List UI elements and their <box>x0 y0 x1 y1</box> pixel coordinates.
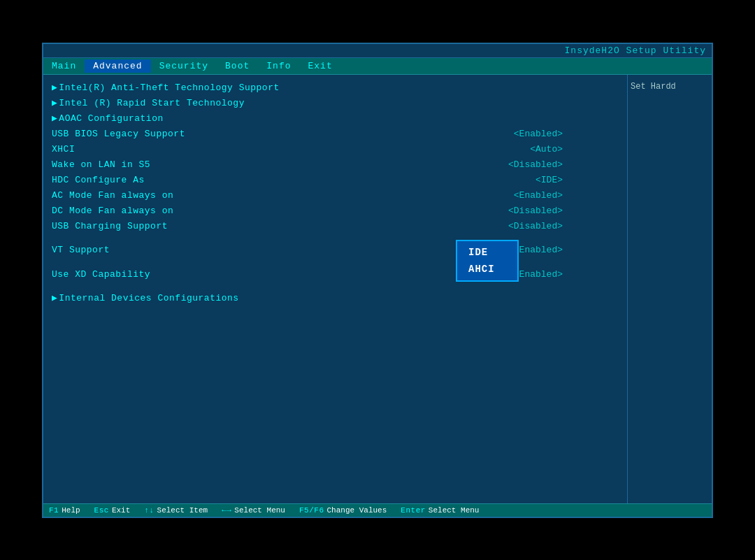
setting-dc-fan[interactable]: DC Mode Fan always on <Disabled> <box>52 203 619 219</box>
xhci-label: XHCI <box>52 142 75 157</box>
dropdown-option-ahci[interactable]: AHCI <box>457 261 517 278</box>
exit-key: Esc <box>94 506 109 515</box>
title-text: InsydeH2O Setup Utility <box>565 45 706 56</box>
menu-bar[interactable]: Main Advanced Security Boot Info Exit <box>43 58 712 75</box>
title-bar: InsydeH2O Setup Utility <box>43 44 712 58</box>
dropdown-option-ide[interactable]: IDE <box>457 244 517 261</box>
ac-fan-value: <Enabled> <box>514 188 619 203</box>
anti-theft-label: Intel(R) Anti-Theft Technology Support <box>52 80 280 96</box>
setting-wake-lan[interactable]: Wake on LAN in S5 <Disabled> <box>52 157 619 173</box>
setting-xhci[interactable]: XHCI <Auto> <box>52 142 619 157</box>
select-item-key: ↑↓ <box>144 506 154 515</box>
content-area: Intel(R) Anti-Theft Technology Support I… <box>43 75 712 503</box>
select-item-item: ↑↓ Select Item <box>144 506 208 515</box>
menu-item-security[interactable]: Security <box>151 59 217 73</box>
enter-select-desc: Select Menu <box>429 506 480 515</box>
hdc-label: HDC Configure As <box>52 173 145 188</box>
setting-vt-support[interactable]: VT Support <Enabled> <box>52 243 619 258</box>
select-menu-key: ←→ <box>222 506 231 515</box>
sidebar-title: Set Hardd <box>631 82 676 92</box>
usb-bios-value: <Enabled> <box>514 127 619 142</box>
settings-panel: Intel(R) Anti-Theft Technology Support I… <box>43 75 628 503</box>
setting-hdc[interactable]: HDC Configure As <IDE> <box>52 173 619 188</box>
change-values-key: F5/F6 <box>299 506 324 515</box>
dc-fan-label: DC Mode Fan always on <box>52 203 173 219</box>
setting-usb-charging[interactable]: USB Charging Support <Disabled> <box>52 219 619 234</box>
vt-support-label: VT Support <box>52 243 110 258</box>
wake-lan-value: <Disabled> <box>508 157 619 173</box>
help-desc: Help <box>62 506 80 515</box>
usb-charging-label: USB Charging Support <box>52 219 168 234</box>
menu-item-info[interactable]: Info <box>258 59 299 73</box>
bios-screen: InsydeH2O Setup Utility Main Advanced Se… <box>42 43 713 518</box>
menu-item-main[interactable]: Main <box>43 59 85 73</box>
wake-lan-label: Wake on LAN in S5 <box>52 157 150 173</box>
ac-fan-label: AC Mode Fan always on <box>52 188 173 203</box>
spacer-1 <box>52 234 619 243</box>
setting-aoac[interactable]: AOAC Configuration <box>52 111 619 127</box>
setting-usb-bios[interactable]: USB BIOS Legacy Support <Enabled> <box>52 127 619 142</box>
aoac-label: AOAC Configuration <box>52 111 164 127</box>
enter-select-key: Enter <box>401 506 426 515</box>
select-menu-desc: Select Menu <box>234 506 285 515</box>
bottom-bar: F1 Help Esc Exit ↑↓ Select Item ←→ Selec… <box>43 503 712 517</box>
exit-item: Esc Exit <box>94 506 131 515</box>
setting-anti-theft[interactable]: Intel(R) Anti-Theft Technology Support <box>52 80 619 96</box>
menu-item-advanced[interactable]: Advanced <box>85 59 150 73</box>
change-values-desc: Change Values <box>327 506 387 515</box>
change-values-item: F5/F6 Change Values <box>299 506 387 515</box>
rapid-start-label: Intel (R) Rapid Start Technology <box>52 96 245 111</box>
help-item: F1 Help <box>49 506 80 515</box>
spacer-2 <box>52 259 619 267</box>
internal-devices-label: Internal Devices Configurations <box>52 291 239 306</box>
setting-xd-capability[interactable]: Use XD Capability <Enabled> <box>52 267 619 282</box>
hdc-value: <IDE> <box>535 173 619 188</box>
usb-bios-label: USB BIOS Legacy Support <box>52 127 185 142</box>
dc-fan-value: <Disabled> <box>508 203 619 219</box>
setting-internal-devices[interactable]: Internal Devices Configurations <box>52 291 619 306</box>
usb-charging-value: <Disabled> <box>508 219 619 234</box>
xd-capability-label: Use XD Capability <box>52 267 150 282</box>
menu-item-boot[interactable]: Boot <box>217 59 258 73</box>
exit-desc: Exit <box>112 506 130 515</box>
menu-item-exit[interactable]: Exit <box>300 59 341 73</box>
enter-select-item: Enter Select Menu <box>401 506 479 515</box>
help-key: F1 <box>49 506 59 515</box>
xd-capability-value: <Enabled> <box>514 267 619 282</box>
setting-ac-fan[interactable]: AC Mode Fan always on <Enabled> <box>52 188 619 203</box>
select-item-desc: Select Item <box>157 506 208 515</box>
select-menu-item: ←→ Select Menu <box>222 506 285 515</box>
xhci-value: <Auto> <box>530 142 619 157</box>
right-sidebar: Set Hardd <box>628 75 712 503</box>
setting-rapid-start[interactable]: Intel (R) Rapid Start Technology <box>52 96 619 111</box>
vt-support-value: <Enabled> <box>514 243 619 258</box>
spacer-3 <box>52 282 619 291</box>
hdc-dropdown[interactable]: IDE AHCI <box>456 240 519 282</box>
